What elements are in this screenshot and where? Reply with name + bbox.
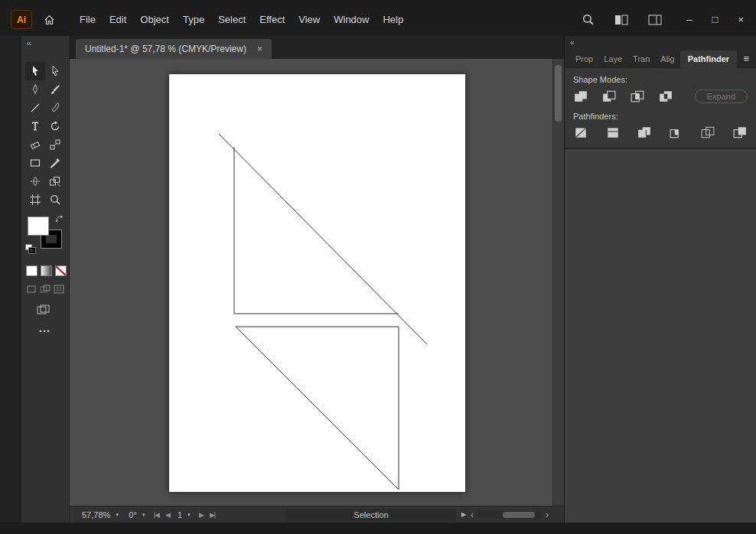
- menu-file[interactable]: File: [73, 14, 103, 25]
- panel-menu-icon[interactable]: ≡: [743, 53, 749, 64]
- tools-panel: «: [21, 36, 69, 523]
- fill-swatch[interactable]: [28, 217, 49, 236]
- artboard-number: 1: [178, 510, 182, 519]
- menu-effect[interactable]: Effect: [253, 14, 292, 25]
- toolbar-collapse-button[interactable]: «: [21, 36, 69, 51]
- eraser-tool[interactable]: [25, 135, 45, 154]
- tab-properties[interactable]: Prop: [570, 50, 598, 68]
- edit-toolbar-button[interactable]: •••: [21, 327, 69, 335]
- artboard-select[interactable]: 1 ▼: [173, 510, 196, 519]
- line-segment-tool[interactable]: [25, 99, 45, 117]
- default-fill-stroke-icon[interactable]: [25, 244, 37, 255]
- rectangle-tool[interactable]: [25, 154, 45, 172]
- menu-window[interactable]: Window: [327, 14, 376, 25]
- next-artboard-button[interactable]: ▶: [196, 511, 207, 519]
- maximize-button[interactable]: □: [712, 15, 719, 24]
- document-area: Untitled-1* @ 57,78 % (CMYK/Preview) × 5…: [69, 36, 564, 523]
- intersect-button[interactable]: [630, 90, 645, 103]
- scale-tool[interactable]: [45, 135, 65, 154]
- close-button[interactable]: ×: [738, 15, 744, 24]
- horizontal-scrollbar-thumb[interactable]: [503, 512, 535, 518]
- vertical-scrollbar[interactable]: [552, 59, 564, 506]
- search-icon: [582, 13, 595, 26]
- zoom-select[interactable]: 57,78% ▼: [77, 510, 124, 519]
- minimize-button[interactable]: –: [686, 15, 692, 24]
- exclude-button[interactable]: [658, 90, 673, 103]
- vertical-scrollbar-thumb[interactable]: [555, 65, 562, 122]
- selection-tool-icon: [29, 65, 41, 77]
- divide-button[interactable]: [573, 126, 588, 138]
- first-artboard-button[interactable]: |◀: [151, 511, 162, 519]
- minus-front-button[interactable]: [601, 90, 617, 103]
- rotation-select[interactable]: 0° ▼: [124, 510, 150, 519]
- menu-select[interactable]: Select: [211, 14, 253, 25]
- document-setup-button[interactable]: [648, 15, 662, 25]
- arrange-documents-button[interactable]: [614, 15, 628, 25]
- width-tool[interactable]: [25, 172, 45, 190]
- document-tab-close-icon[interactable]: ×: [257, 44, 262, 54]
- menu-edit[interactable]: Edit: [103, 14, 133, 25]
- horizontal-scrollbar[interactable]: ‹ ›: [471, 509, 559, 521]
- scroll-right-icon[interactable]: ›: [546, 510, 549, 519]
- merge-button[interactable]: [637, 126, 652, 138]
- paintbrush-tool[interactable]: [45, 80, 65, 99]
- crop-button[interactable]: [669, 126, 684, 138]
- menu-view[interactable]: View: [292, 14, 327, 25]
- none-button[interactable]: [55, 265, 67, 276]
- line-segment-tool-icon: [29, 102, 41, 114]
- color-button[interactable]: [26, 265, 37, 276]
- swap-fill-stroke-icon[interactable]: [55, 215, 64, 223]
- trim-button[interactable]: [605, 126, 621, 138]
- draw-normal-icon[interactable]: [26, 285, 37, 294]
- horizontal-scrollbar-track[interactable]: [477, 511, 543, 519]
- last-artboard-button[interactable]: ▶|: [207, 511, 218, 519]
- menu-object[interactable]: Object: [133, 14, 176, 25]
- gradient-button[interactable]: [41, 265, 52, 276]
- rotate-tool[interactable]: [45, 117, 65, 135]
- window-bottom-edge: [0, 523, 756, 534]
- dock-collapse-button[interactable]: «: [570, 38, 756, 48]
- dropdown-icon: ▼: [142, 513, 146, 517]
- menu-type[interactable]: Type: [176, 14, 211, 25]
- search-button[interactable]: [582, 13, 595, 26]
- artboard-tool-icon: [29, 194, 41, 206]
- tab-align[interactable]: Alig: [655, 50, 679, 68]
- document-setup-icon: [648, 15, 662, 25]
- pen-tool[interactable]: [25, 80, 45, 99]
- selection-tool[interactable]: [25, 62, 45, 80]
- panel-tabs: Prop Laye Tran Alig Pathfinder ≡: [570, 48, 756, 68]
- shape-builder-tool[interactable]: [45, 172, 65, 190]
- document-tab[interactable]: Untitled-1* @ 57,78 % (CMYK/Preview) ×: [76, 39, 272, 59]
- direct-selection-tool[interactable]: [45, 62, 65, 80]
- blob-brush-tool[interactable]: [45, 99, 65, 117]
- tab-transform[interactable]: Tran: [627, 50, 655, 68]
- outline-button[interactable]: [700, 126, 715, 138]
- screen-mode-button[interactable]: [37, 304, 69, 317]
- expand-button[interactable]: Expand: [695, 90, 748, 103]
- home-button[interactable]: [43, 14, 56, 26]
- pen-tool-icon: [29, 83, 41, 96]
- zoom-tool[interactable]: [45, 190, 65, 209]
- artboard[interactable]: [169, 74, 465, 492]
- canvas[interactable]: [70, 59, 564, 506]
- tab-layers[interactable]: Laye: [598, 50, 627, 68]
- eyedropper-tool[interactable]: [45, 154, 65, 172]
- artboard-tool[interactable]: [25, 190, 45, 209]
- unite-button[interactable]: [573, 90, 588, 103]
- drawing-mode-buttons: [26, 285, 69, 294]
- previous-artboard-button[interactable]: ◀: [162, 511, 173, 519]
- shape-builder-tool-icon: [49, 175, 61, 187]
- type-tool[interactable]: [25, 117, 45, 135]
- draw-behind-icon[interactable]: [40, 285, 51, 294]
- status-indicator: Selection: [286, 509, 456, 521]
- minus-back-button[interactable]: [732, 126, 748, 138]
- right-dock: « Prop Laye Tran Alig Pathfinder ≡ Shape…: [564, 36, 756, 523]
- menu-help[interactable]: Help: [376, 14, 410, 25]
- window-left-edge: [0, 36, 21, 523]
- titlebar: Ai File Edit Object Type Select Effect V…: [0, 0, 756, 36]
- scroll-left-icon[interactable]: ‹: [471, 510, 474, 519]
- tab-pathfinder[interactable]: Pathfinder: [680, 50, 737, 68]
- draw-inside-icon[interactable]: [54, 285, 64, 294]
- color-type-buttons: [26, 265, 69, 276]
- status-menu-icon[interactable]: ▶: [461, 511, 466, 518]
